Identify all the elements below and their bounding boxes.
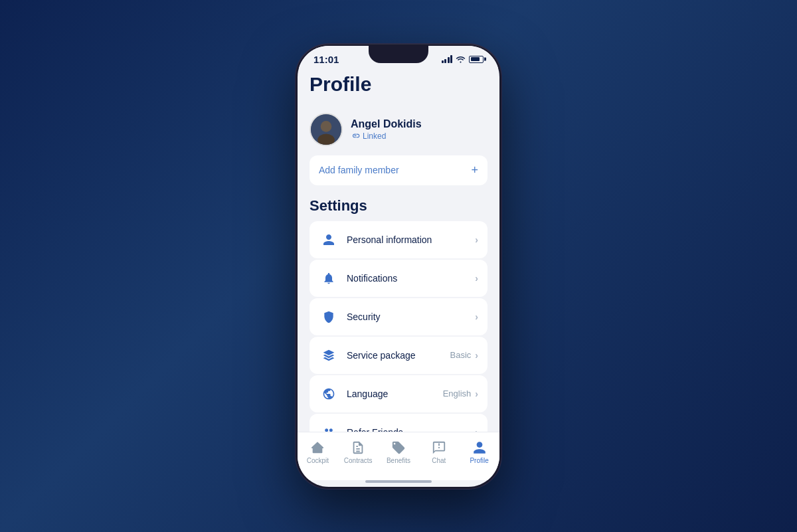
settings-title: Settings xyxy=(310,197,487,215)
chat-icon xyxy=(432,440,446,455)
linked-status: Linked xyxy=(363,132,386,141)
person-icon xyxy=(319,230,339,250)
chevron-right-icon: › xyxy=(475,389,478,399)
chevron-right-icon: › xyxy=(475,427,478,432)
nav-label-chat: Chat xyxy=(432,457,446,464)
menu-item-language[interactable]: Language English › xyxy=(310,375,487,412)
chevron-right-icon: › xyxy=(475,311,478,322)
menu-item-personal-information[interactable]: Personal information › xyxy=(310,221,487,258)
menu-item-service-package-label: Service package xyxy=(347,350,450,361)
menu-item-security[interactable]: Security › xyxy=(310,298,487,335)
profile-nav-icon xyxy=(472,440,487,455)
contracts-icon xyxy=(351,440,365,455)
cockpit-icon xyxy=(310,440,325,455)
menu-item-service-package[interactable]: Service package Basic › xyxy=(310,337,487,374)
phone-notch xyxy=(369,46,428,63)
chevron-right-icon: › xyxy=(475,234,478,245)
menu-item-notifications-label: Notifications xyxy=(347,273,475,284)
menu-item-language-label: Language xyxy=(347,389,443,399)
nav-item-contracts[interactable]: Contracts xyxy=(338,438,379,467)
svg-point-1 xyxy=(321,121,332,132)
nav-label-cockpit: Cockpit xyxy=(307,457,329,464)
signal-bars-icon xyxy=(442,55,453,63)
nav-label-contracts: Contracts xyxy=(344,457,373,464)
avatar xyxy=(310,113,343,146)
add-family-button[interactable]: Add family member + xyxy=(310,155,487,185)
svg-point-2 xyxy=(317,133,335,145)
home-indicator-bar xyxy=(365,480,432,483)
menu-item-refer-friends-label: Refer Friends xyxy=(347,427,475,432)
benefits-icon xyxy=(391,440,406,455)
nav-label-benefits: Benefits xyxy=(387,457,410,464)
linked-icon xyxy=(351,132,360,141)
menu-item-notifications[interactable]: Notifications › xyxy=(310,260,487,297)
service-package-value: Basic xyxy=(450,350,472,360)
status-icons xyxy=(442,55,484,63)
phone-device: 11:01 Profile xyxy=(296,44,501,489)
wifi-icon xyxy=(456,55,466,63)
menu-item-refer-friends[interactable]: Refer Friends › xyxy=(310,414,487,432)
scroll-area[interactable]: Profile Angel Dokidis xyxy=(298,68,499,432)
people-icon xyxy=(319,422,339,432)
chevron-right-icon: › xyxy=(475,350,478,361)
menu-item-personal-information-label: Personal information xyxy=(347,234,475,245)
battery-icon xyxy=(469,56,484,63)
user-name: Angel Dokidis xyxy=(351,118,422,130)
nav-item-chat[interactable]: Chat xyxy=(418,438,459,467)
phone-screen: 11:01 Profile xyxy=(298,46,499,487)
nav-label-profile: Profile xyxy=(470,457,488,464)
settings-menu-list: Personal information › Notifications › xyxy=(310,221,487,432)
bell-icon xyxy=(319,268,339,288)
chevron-right-icon: › xyxy=(475,273,478,284)
user-status: Linked xyxy=(351,132,422,141)
nav-item-profile[interactable]: Profile xyxy=(459,438,499,467)
menu-item-security-label: Security xyxy=(347,311,475,322)
nav-item-benefits[interactable]: Benefits xyxy=(379,438,419,467)
bottom-nav: Cockpit Contracts Benefits xyxy=(298,432,499,480)
add-family-label: Add family member xyxy=(319,165,399,175)
shield-icon xyxy=(319,307,339,327)
user-card: Angel Dokidis Linked xyxy=(310,106,487,153)
status-time: 11:01 xyxy=(313,54,339,65)
nav-item-cockpit[interactable]: Cockpit xyxy=(298,438,338,467)
layers-icon xyxy=(319,345,339,365)
home-indicator xyxy=(298,480,499,487)
page-title: Profile xyxy=(310,73,487,96)
language-value: English xyxy=(443,389,472,399)
globe-icon xyxy=(319,384,339,404)
add-family-plus-icon: + xyxy=(471,163,478,177)
user-info: Angel Dokidis Linked xyxy=(351,118,422,141)
